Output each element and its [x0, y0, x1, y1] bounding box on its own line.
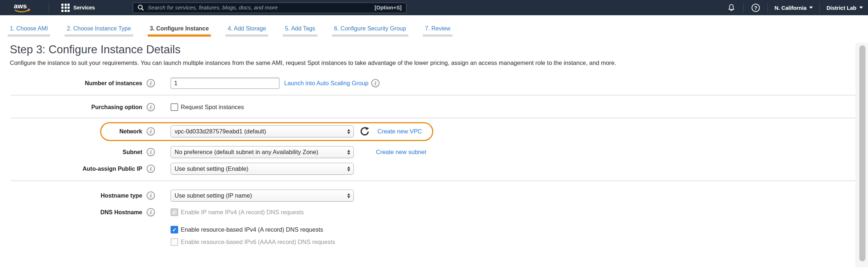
content-divider	[11, 180, 856, 181]
subnet-select[interactable]: No preference (default subnet in any Ava…	[171, 146, 354, 158]
tab-add-storage[interactable]: 4. Add Storage	[225, 25, 268, 37]
scrollbar-thumb[interactable]	[859, 45, 865, 261]
select-arrows-icon	[347, 129, 350, 134]
tab-add-tags[interactable]: 5. Add Tags	[283, 25, 317, 37]
topbar-divider	[767, 3, 768, 12]
page-title: Step 3: Configure Instance Details	[10, 43, 868, 56]
create-new-subnet-link[interactable]: Create new subnet	[376, 149, 426, 156]
topbar-divider	[743, 3, 744, 12]
request-spot-instances-checkbox[interactable]	[171, 103, 178, 111]
subnet-label: Subnet	[0, 149, 142, 156]
services-grid-icon	[61, 4, 70, 12]
row-purchasing-option: Purchasing option i Request Spot instanc…	[0, 103, 868, 111]
account-menu[interactable]: District Lab	[826, 5, 863, 11]
subnet-select-value: No preference (default subnet in any Ava…	[175, 149, 344, 156]
info-icon[interactable]: i	[147, 165, 155, 173]
tab-choose-instance-type[interactable]: 2. Choose Instance Type	[65, 25, 133, 37]
account-label: District Lab	[826, 5, 856, 11]
tab-configure-security-group[interactable]: 6. Configure Security Group	[332, 25, 408, 37]
info-icon[interactable]: i	[147, 79, 155, 87]
chevron-down-icon	[859, 7, 863, 9]
search-input[interactable]	[148, 4, 374, 11]
tab-configure-instance[interactable]: 3. Configure Instance	[148, 25, 211, 37]
topbar-divider	[49, 3, 49, 12]
number-of-instances-input[interactable]	[171, 78, 279, 89]
vertical-scrollbar[interactable]	[856, 43, 868, 268]
wizard-step-tabs: 1. Choose AMI 2. Choose Instance Type 3.…	[0, 15, 868, 37]
tab-review[interactable]: 7. Review	[423, 25, 453, 37]
services-label: Services	[73, 5, 95, 11]
enable-resource-based-ipv4-dns-label: Enable resource-based IPv4 (A record) DN…	[181, 226, 323, 233]
network-select[interactable]: vpc-0d033d287579eabd1 (default)	[171, 125, 354, 137]
hostname-type-value: Use subnet setting (IP name)	[175, 192, 344, 199]
enable-ip-name-ipv4-dns-label: Enable IP name IPv4 (A record) DNS reque…	[181, 209, 304, 216]
page-description: Configure the instance to suit your requ…	[10, 59, 853, 66]
question-mark-icon: ?	[751, 3, 760, 12]
region-label: N. California	[774, 5, 806, 11]
bell-icon	[727, 3, 736, 12]
tab-choose-ami[interactable]: 1. Choose AMI	[8, 25, 50, 37]
select-arrows-icon	[347, 193, 350, 198]
dns-hostname-label: DNS Hostname	[0, 209, 142, 216]
refresh-vpc-list-button[interactable]	[360, 127, 369, 136]
search-icon	[138, 4, 144, 11]
auto-assign-public-ip-label: Auto-assign Public IP	[0, 166, 142, 172]
content-divider	[11, 117, 856, 119]
info-icon[interactable]: i	[147, 208, 155, 216]
search-shortcut-hint: [Option+S]	[374, 5, 402, 11]
help-button[interactable]: ?	[750, 3, 761, 12]
services-menu-button[interactable]: Services	[61, 4, 95, 12]
hostname-type-label: Hostname type	[0, 193, 142, 199]
hostname-type-select[interactable]: Use subnet setting (IP name)	[171, 190, 354, 202]
network-label: Network	[0, 128, 142, 135]
enable-resource-based-ipv6-dns-label: Enable resource-based IPv6 (AAAA record)…	[181, 239, 335, 245]
create-new-vpc-link[interactable]: Create new VPC	[377, 128, 422, 135]
purchasing-option-label: Purchasing option	[0, 104, 142, 111]
info-icon[interactable]: i	[147, 191, 155, 200]
request-spot-instances-label: Request Spot instances	[181, 104, 244, 111]
row-network: Network i vpc-0d033d287579eabd1 (default…	[0, 125, 868, 137]
number-of-instances-label: Number of instances	[0, 80, 142, 87]
select-arrows-icon	[347, 150, 350, 155]
enable-ip-name-ipv4-dns-checkbox: ✓	[171, 208, 178, 216]
row-subnet: Subnet i No preference (default subnet i…	[0, 146, 868, 158]
auto-assign-public-ip-select[interactable]: Use subnet setting (Enable)	[171, 163, 354, 175]
global-search-box[interactable]: [Option+S]	[133, 3, 406, 13]
select-arrows-icon	[347, 166, 350, 171]
content-divider	[11, 95, 856, 96]
info-icon[interactable]: i	[147, 148, 155, 156]
region-selector[interactable]: N. California	[774, 5, 813, 11]
row-dns-hostname: DNS Hostname i ✓ Enable IP name IPv4 (A …	[0, 208, 868, 216]
row-number-of-instances: Number of instances i Launch into Auto S…	[0, 78, 868, 89]
info-icon[interactable]: i	[147, 127, 155, 136]
enable-resource-based-ipv4-dns-checkbox[interactable]: ✓	[171, 226, 178, 233]
aws-logo-text: aws	[14, 2, 27, 10]
refresh-icon	[360, 127, 369, 136]
aws-logo-icon[interactable]: aws	[12, 1, 33, 14]
svg-text:?: ?	[754, 5, 757, 11]
info-icon[interactable]: i	[147, 103, 155, 111]
network-select-value: vpc-0d033d287579eabd1 (default)	[175, 128, 344, 135]
auto-assign-public-ip-value: Use subnet setting (Enable)	[175, 165, 344, 172]
chevron-down-icon	[809, 7, 813, 9]
notifications-button[interactable]	[726, 3, 737, 12]
configure-instance-form: Number of instances i Launch into Auto S…	[0, 78, 868, 246]
enable-resource-based-ipv6-dns-checkbox	[171, 238, 178, 246]
info-icon[interactable]: i	[371, 79, 380, 87]
row-auto-assign-public-ip: Auto-assign Public IP i Use subnet setti…	[0, 163, 868, 175]
dns-option-resource-ipv6: Enable resource-based IPv6 (AAAA record)…	[171, 238, 868, 246]
launch-into-auto-scaling-group-link[interactable]: Launch into Auto Scaling Group	[284, 80, 368, 87]
top-nav-bar: aws Services [Option+S] ?	[0, 0, 868, 15]
dns-option-resource-ipv4: ✓ Enable resource-based IPv4 (A record) …	[171, 226, 868, 233]
row-hostname-type: Hostname type i Use subnet setting (IP n…	[0, 190, 868, 202]
topbar-divider	[819, 3, 820, 12]
